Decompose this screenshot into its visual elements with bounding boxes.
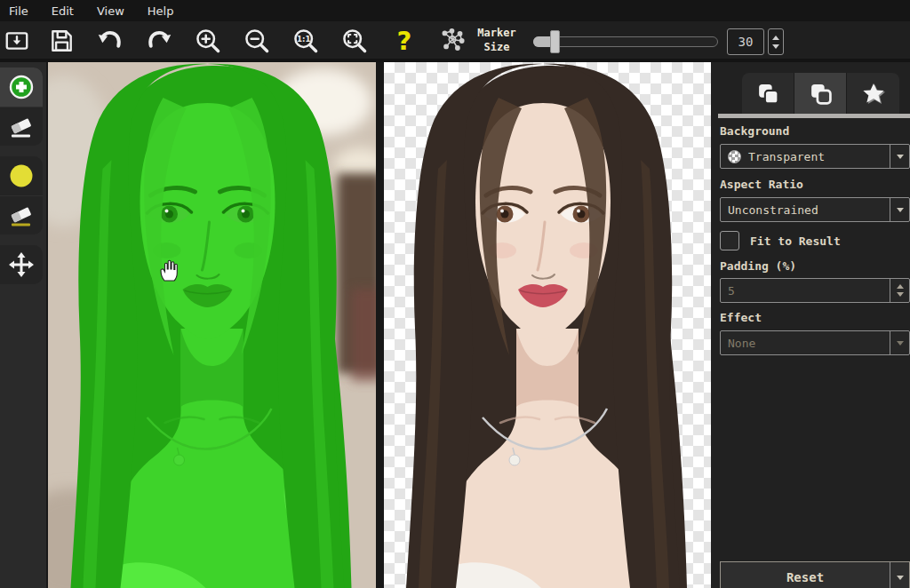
zoom-actual-size-button[interactable]: 1:1 — [289, 24, 323, 58]
toolbar: 1:1 ? — [0, 21, 910, 62]
star-icon — [861, 81, 886, 106]
background-value: Transparent — [748, 150, 825, 163]
effect-value: None — [728, 337, 755, 350]
app-window: File Edit View Help — [0, 0, 910, 588]
padding-input[interactable] — [721, 284, 890, 298]
background-tool-group — [0, 156, 43, 234]
canvas-area — [46, 62, 711, 588]
dropdown-arrow[interactable] — [890, 331, 909, 354]
slider-handle[interactable] — [550, 30, 560, 53]
open-image-button[interactable] — [0, 24, 34, 58]
eraser-yellow-icon — [8, 203, 35, 229]
dropdown-arrow[interactable] — [890, 145, 909, 168]
panel-tabs — [742, 73, 899, 114]
redo-button[interactable] — [142, 24, 176, 58]
menu-help[interactable]: Help — [136, 2, 186, 20]
effect-dropdown[interactable]: None — [720, 330, 910, 355]
segmentation-graph-button[interactable] — [435, 24, 469, 58]
menu-bar: File Edit View Help — [0, 0, 910, 21]
zoom-out-button[interactable] — [240, 24, 274, 58]
zoom-fit-button[interactable] — [338, 24, 371, 58]
aspect-ratio-label: Aspect Ratio — [720, 178, 803, 191]
dropdown-arrow[interactable] — [890, 198, 909, 221]
tool-sidebar — [0, 62, 46, 588]
marked-input-image-view[interactable] — [48, 62, 376, 588]
marker-size-input[interactable] — [727, 28, 764, 55]
undo-icon — [97, 28, 124, 54]
foreground-tool-group — [0, 68, 43, 146]
svg-text:1:1: 1:1 — [297, 35, 310, 44]
effect-label: Effect — [720, 311, 762, 324]
layers-outline-icon — [809, 82, 833, 106]
zoom-in-button[interactable] — [191, 24, 225, 58]
reset-button-label: Reset — [721, 570, 890, 584]
background-label: Background — [720, 124, 789, 138]
open-image-icon — [4, 28, 30, 54]
background-dropdown[interactable]: Transparent — [720, 144, 910, 169]
zoom-actual-size-icon: 1:1 — [292, 28, 319, 54]
padding-spinbox[interactable] — [720, 278, 910, 303]
menu-file[interactable]: File — [0, 2, 40, 20]
transparent-swatch-icon — [728, 150, 741, 163]
zoom-out-icon — [243, 28, 270, 54]
stepper-down-icon[interactable] — [772, 44, 779, 49]
save-icon — [48, 28, 75, 54]
move-arrows-icon — [8, 251, 35, 278]
tab-layers-filled[interactable] — [742, 73, 794, 114]
green-plus-icon — [8, 74, 35, 100]
foreground-marker-eraser-tool[interactable] — [0, 107, 43, 146]
marker-size-label: Marker Size — [469, 26, 524, 54]
background-marker-eraser-tool[interactable] — [0, 195, 43, 234]
chevron-down-icon — [897, 208, 904, 212]
menu-edit[interactable]: Edit — [40, 2, 85, 20]
masked-portrait-image — [48, 62, 376, 588]
background-marker-tool[interactable] — [0, 156, 43, 195]
undo-button[interactable] — [93, 24, 127, 58]
zoom-in-icon — [195, 28, 221, 54]
zoom-fit-icon — [341, 28, 368, 54]
stepper-up-icon[interactable] — [897, 284, 904, 289]
padding-stepper[interactable] — [890, 279, 909, 302]
slider-track[interactable] — [533, 36, 718, 47]
fit-to-result-checkbox[interactable] — [720, 231, 739, 250]
foreground-marker-tool[interactable] — [0, 68, 43, 107]
settings-panel: Background Transparent Aspect Ratio Unco… — [711, 62, 910, 588]
chevron-down-icon — [897, 341, 904, 346]
stepper-up-icon[interactable] — [772, 36, 779, 40]
redo-icon — [146, 28, 172, 54]
help-button[interactable]: ? — [387, 24, 421, 58]
tab-star[interactable] — [847, 73, 899, 114]
fit-to-result-label: Fit to Result — [750, 234, 841, 248]
eraser-white-icon — [8, 114, 35, 140]
tab-underline — [718, 114, 910, 118]
chevron-down-icon — [897, 576, 904, 580]
tab-layers-outline[interactable] — [794, 73, 847, 114]
result-image-view[interactable] — [384, 62, 711, 588]
layers-filled-icon — [756, 82, 780, 106]
help-icon: ? — [397, 28, 412, 54]
padding-label: Padding (%) — [720, 259, 796, 273]
yellow-circle-icon — [8, 163, 35, 189]
segmentation-graph-icon — [438, 27, 467, 55]
marker-size-slider[interactable] — [533, 34, 718, 50]
open-hand-cursor — [158, 256, 181, 282]
result-portrait-image — [384, 62, 711, 588]
pan-tool[interactable] — [0, 245, 43, 284]
pan-tool-group — [0, 245, 43, 284]
chevron-down-icon — [897, 155, 904, 159]
stepper-down-icon[interactable] — [897, 292, 904, 297]
menu-view[interactable]: View — [85, 2, 136, 20]
save-button[interactable] — [44, 24, 78, 58]
marker-size-stepper[interactable] — [768, 28, 784, 55]
aspect-ratio-dropdown[interactable]: Unconstrained — [720, 197, 910, 222]
reset-button[interactable]: Reset — [720, 561, 910, 588]
reset-dropdown-arrow[interactable] — [890, 562, 909, 588]
aspect-ratio-value: Unconstrained — [728, 203, 818, 217]
